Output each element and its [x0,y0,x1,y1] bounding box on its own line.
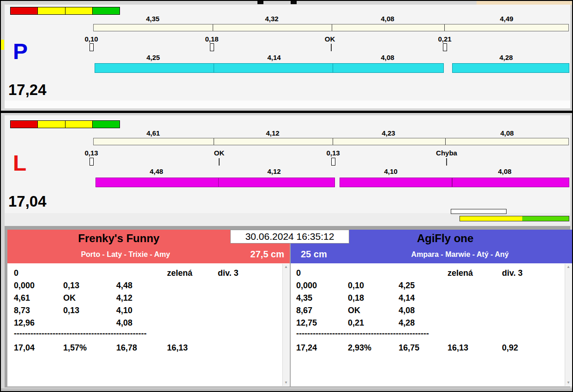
team-jump-height: 25 cm [301,249,327,260]
progress-bar [460,216,569,221]
result-cell: 12,96 [14,318,35,328]
total-cell: 2,93% [348,343,371,353]
lower-split-label: 4,10 [368,167,414,175]
result-cell: 4,14 [399,293,415,303]
upper-split-label: 4,12 [250,129,296,137]
total-cell: 17,04 [14,343,35,353]
result-cell: 0,000 [14,281,35,291]
upper-split-label: 4,49 [483,15,530,23]
traffic-green-segment [93,7,119,14]
scroll-down-icon[interactable]: ▼ [565,380,572,386]
traffic-light-indicator [10,7,120,15]
team-jump-height: 27,5 cm [251,249,284,260]
split-bar-segment [96,178,219,187]
bar-divider [214,138,214,145]
team-dogs: Ampara - Marwie - Atý - Aný [348,250,572,259]
result-cell: 4,61 [14,293,30,303]
traffic-yellow-segment [66,121,93,128]
changeover-marker [331,158,335,166]
progress-yellow-segment [460,216,522,221]
empty-progress-bar [451,209,507,214]
lower-split-label: 4,08 [482,167,528,175]
run-number-cell: 0 [14,268,18,279]
result-cell: OK [63,293,76,303]
changeover-label: OK [314,35,346,43]
changeover-marker [90,43,94,51]
scroll-up-icon[interactable]: ▲ [565,264,572,270]
top-edge-mark [257,1,263,4]
total-cell: 0,92 [502,343,518,353]
upper-split-label: 4,08 [364,15,411,23]
timestamp: 30.06.2024 16:35:12 [230,230,349,244]
results-frame: Frenky's Funny Porto - Laty - Trixie - A… [5,226,570,387]
team-panel-left: Frenky's Funny Porto - Laty - Trixie - A… [7,230,290,386]
total-cell: 17,24 [296,343,317,353]
changeover-label: Chyba [430,149,463,157]
changeover-tick [331,44,332,51]
upper-split-label: 4,23 [365,129,412,137]
changeover-tick [446,158,447,166]
bar-divider [213,24,213,31]
result-cell: 4,10 [116,306,132,316]
scroll-down-icon[interactable]: ▼ [283,380,289,386]
vertical-scrollbar[interactable]: ▲ ▼ [565,264,572,386]
lower-split-label: 4,28 [483,53,529,61]
upper-split-label: 4,32 [249,15,295,23]
card-cell: zelená [167,268,192,279]
bar-divider [444,24,445,31]
changeover-marker [90,158,94,166]
top-edge-mark [291,1,297,4]
result-cell: 8,73 [14,306,30,316]
lower-split-label: 4,48 [133,167,179,175]
result-cell: 0,10 [348,281,364,291]
traffic-red-segment [11,121,38,128]
division-cell: div. 3 [502,268,523,279]
result-cell: 4,28 [399,318,415,328]
lane-letter: P [13,41,28,63]
team-dogs: Porto - Laty - Trixie - Amy [7,250,244,259]
total-cell: 1,57% [63,343,87,353]
total-cell: 16,78 [116,343,137,353]
team-name: AgiFly one [318,232,572,245]
result-cell: 4,48 [116,281,132,291]
changeover-label: 0,18 [196,35,228,43]
upper-split-bar [93,24,569,31]
progress-green-segment [522,216,569,221]
lane-l-panel: 4,61 4,12 4,23 4,08 0,13 OK 0,13 Chyba 4… [5,115,570,213]
total-cell: 16,13 [448,343,468,353]
changeover-label: 0,10 [75,35,107,43]
bar-divider [333,138,333,145]
result-cell: 0,000 [296,281,317,291]
result-cell: 0,13 [63,281,79,291]
traffic-light-indicator [10,120,120,128]
bar-divider [332,24,332,31]
result-cell: 4,25 [399,281,415,291]
bar-divider [445,138,446,145]
changeover-label: 0,13 [75,149,107,157]
app-window: 4,35 4,32 4,08 4,49 0,10 0,18 OK 0,21 4,… [0,0,573,392]
lane-letter: L [13,152,26,174]
run-number-cell: 0 [296,268,301,279]
split-bar-segment [452,63,569,73]
split-bar-segment [333,63,444,73]
result-cell: 4,12 [116,293,132,303]
card-cell: zelená [448,268,473,279]
result-cell: 0,21 [348,318,364,328]
changeover-tick [219,158,220,166]
split-bar-segment [95,63,214,73]
traffic-yellow-segment [66,7,93,14]
traffic-green-segment [93,121,119,128]
scroll-up-icon[interactable]: ▲ [283,264,289,270]
changeover-marker [210,43,214,51]
total-cell: 16,13 [167,343,188,353]
result-cell: 0,13 [63,306,79,316]
traffic-yellow-segment [38,7,65,14]
upper-split-label: 4,35 [130,15,176,23]
vertical-scrollbar[interactable]: ▲ ▼ [282,264,289,386]
traffic-yellow-segment [38,121,65,128]
split-bar-segment [340,178,452,187]
team-panel-right: AgiFly one Ampara - Marwie - Atý - Aný 2… [291,230,572,386]
lane-total-time: 17,04 [8,194,47,209]
result-cell: 0,18 [348,293,364,303]
division-cell: div. 3 [218,268,239,279]
